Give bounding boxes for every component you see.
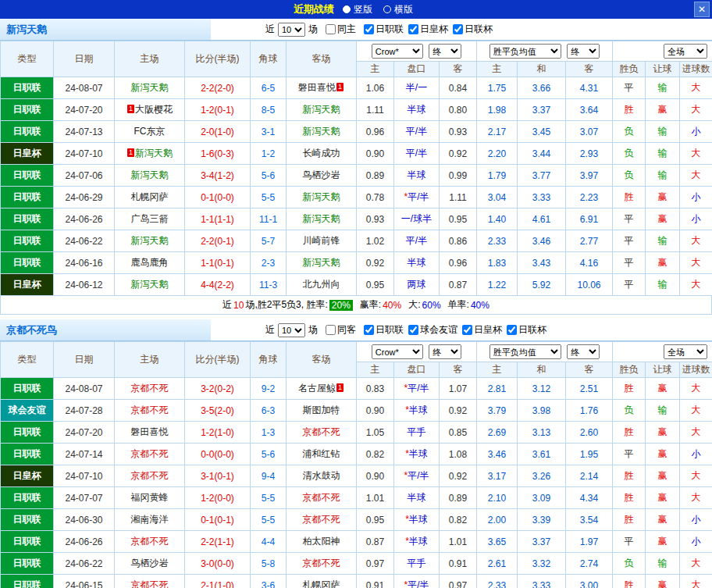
date-cell: 24-06-15 <box>54 575 115 588</box>
match-count-select[interactable]: 10 <box>278 23 305 37</box>
date-cell: 24-06-12 <box>54 274 115 296</box>
single-rate-label: 单率: <box>448 298 469 312</box>
competition-filter[interactable]: 日职联 <box>359 323 404 337</box>
layout-horizontal-radio[interactable]: 横版 <box>383 3 413 16</box>
handicap-away-odds: 0.99 <box>440 165 477 187</box>
team-text: 京都不死 <box>303 492 340 503</box>
home-team-cell: 新泻天鹅 <box>115 230 185 252</box>
away-team-cell: 新泻天鹅 <box>287 208 357 230</box>
col-goals: 进球数 <box>680 362 712 378</box>
score-cell: 1-6(0-3) <box>185 143 251 165</box>
handicap-name: 平/半 <box>406 235 427 246</box>
competition-checkbox[interactable] <box>507 325 517 335</box>
goals-result: 大 <box>680 165 712 187</box>
score-cell: 1-1(1-1) <box>185 208 251 230</box>
titlebar: 近期战绩 竖版 横版 ✕ <box>0 0 712 19</box>
euro-stage-select[interactable]: 终 <box>567 344 600 359</box>
competition-cell: 日职联 <box>1 378 54 400</box>
layout-vertical-radio[interactable]: 竖版 <box>343 3 372 16</box>
handicap-line-cell: 平手 <box>394 422 440 444</box>
euro-stage-select[interactable]: 终 <box>567 44 600 59</box>
competition-filter[interactable]: 日皇杯 <box>457 323 502 337</box>
handicap-selects: Crow* 终 <box>357 41 477 62</box>
wdl-result: 胜 <box>613 187 646 208</box>
col-handicap-line: 盘口 <box>394 62 440 77</box>
handicap-name: 半球 <box>409 404 428 415</box>
euro-draw-odds: 3.46 <box>518 230 566 252</box>
team-text: 新泻天鹅 <box>131 82 169 93</box>
wdl-result: 胜 <box>613 378 646 400</box>
competition-filter[interactable]: 日联杯 <box>448 23 493 36</box>
euro-away-odds: 2.77 <box>566 230 613 252</box>
handicap-line-cell: 平手 <box>394 553 440 575</box>
competition-filter[interactable]: 日皇杯 <box>404 23 448 36</box>
competition-filter[interactable]: 日职联 <box>359 23 404 36</box>
competition-checkbox[interactable] <box>462 325 472 335</box>
euro-away-odds: 1.97 <box>566 531 613 553</box>
handicap-result: 输 <box>646 274 680 296</box>
corner-cell: 3-1 <box>251 121 287 143</box>
euro-home-odds: 1.75 <box>477 77 518 99</box>
match-count-select[interactable]: 10 <box>278 323 305 337</box>
competition-checkbox[interactable] <box>364 325 374 335</box>
handicap-line-cell: *半球 <box>394 531 440 553</box>
home-team-cell: 1大阪樱花 <box>115 99 185 121</box>
handicap-home-odds: 1.02 <box>357 230 394 252</box>
col-type: 类型 <box>1 41 54 77</box>
match-row: 日职联24-08-07京都不死3-2(0-2)9-2名古屋鲸10.83*平/半1… <box>1 378 712 400</box>
team-text: 札幌冈萨 <box>131 191 169 202</box>
team-text: 大阪樱花 <box>135 104 173 115</box>
radio-unselected-icon[interactable] <box>383 5 391 13</box>
col-euro-away: 客 <box>566 362 613 378</box>
team-text: 京都不死 <box>303 426 340 437</box>
col-handicap-result: 让球 <box>646 62 680 77</box>
euro-draw-odds: 3.12 <box>518 378 566 400</box>
close-button[interactable]: ✕ <box>694 2 710 17</box>
bookmaker-select[interactable]: Crow* <box>372 44 423 59</box>
handicap-home-odds: 1.11 <box>357 99 394 121</box>
goals-result: 大 <box>680 422 712 444</box>
same-venue-checkbox[interactable] <box>326 325 336 335</box>
euro-draw-odds: 3.09 <box>518 487 566 509</box>
same-venue-checkbox[interactable] <box>326 24 336 34</box>
handicap-line-cell: 半球 <box>394 165 440 187</box>
team-text: 新泻天鹅 <box>135 148 173 159</box>
bookmaker-select[interactable]: Crow* <box>372 344 423 359</box>
competition-filter[interactable]: 球会友谊 <box>404 323 457 337</box>
score-cell: 2-2(0-1) <box>185 230 251 252</box>
handicap-away-odds: 0.80 <box>440 99 477 121</box>
date-cell: 24-06-29 <box>54 187 115 208</box>
euro-home-odds: 2.10 <box>477 487 518 509</box>
odds-stage-select[interactable]: 终 <box>429 44 461 59</box>
win-rate-badge: 20% <box>329 300 353 311</box>
team-text: 斯图加特 <box>303 404 340 415</box>
same-venue-filter[interactable]: 同主 <box>321 23 356 36</box>
handicap-name: 半球 <box>409 536 428 547</box>
scope-select[interactable]: 全场 <box>664 44 707 59</box>
handicap-result: 赢 <box>646 487 680 509</box>
competition-checkbox[interactable] <box>408 325 418 335</box>
wdl-result: 胜 <box>613 575 646 588</box>
competition-checkbox[interactable] <box>364 24 374 34</box>
match-row: 日皇杯24-07-10京都不死3-1(0-1)9-4清水鼓动0.90*平/半0.… <box>1 465 712 487</box>
competition-checkbox[interactable] <box>408 24 418 34</box>
odds-stage-select[interactable]: 终 <box>429 344 461 359</box>
handicap-away-odds: 0.84 <box>440 77 477 99</box>
euro-odds-select[interactable]: 胜平负均值 <box>490 44 561 59</box>
team-text: 鸟栖沙岩 <box>131 558 169 568</box>
col-handicap-away: 客 <box>440 362 477 378</box>
same-venue-filter[interactable]: 同客 <box>321 323 356 337</box>
competition-checkbox[interactable] <box>453 24 463 34</box>
home-team-cell: 鸟栖沙岩 <box>115 553 185 575</box>
euro-draw-odds: 3.37 <box>518 99 566 121</box>
competition-cell: 日职联 <box>1 230 54 252</box>
team-text: 新泻天鹅 <box>303 104 340 115</box>
handicap-away-odds: 1.11 <box>440 187 477 208</box>
scope-select-cell: 全场 <box>613 41 712 62</box>
euro-home-odds: 3.17 <box>477 465 518 487</box>
euro-away-odds: 10.06 <box>566 274 613 296</box>
scope-select[interactable]: 全场 <box>664 344 707 359</box>
competition-filter[interactable]: 日联杯 <box>502 323 546 337</box>
euro-odds-select[interactable]: 胜平负均值 <box>490 344 561 359</box>
radio-selected-icon[interactable] <box>343 5 351 13</box>
